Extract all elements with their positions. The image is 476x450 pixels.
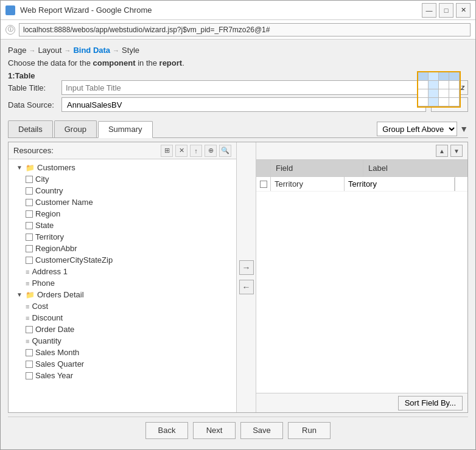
field-down-button[interactable]: ▼ (450, 145, 463, 157)
checkbox-region[interactable] (26, 210, 33, 218)
tree-sales-year[interactable]: Sales Year (9, 370, 236, 381)
expand-orders-icon[interactable]: ▼ (16, 291, 23, 299)
tp-h2 (429, 72, 439, 81)
tab-details[interactable]: Details (8, 120, 53, 137)
tp-h4 (449, 72, 460, 81)
tree-discount[interactable]: ≡ Discount (9, 312, 236, 324)
table-title-row: Table Title: Az (8, 80, 468, 95)
resources-label: Resources: (13, 146, 158, 155)
line-phone-icon: ≡ (26, 280, 29, 287)
expand-customers-icon[interactable]: ▼ (16, 164, 23, 171)
title-bar: Web Report Wizard - Google Chrome — □ ✕ (1, 1, 475, 20)
tree-sales-year-label: Sales Year (35, 371, 73, 380)
tree-address1[interactable]: ≡ Address 1 (9, 266, 236, 277)
resource-btn-3[interactable]: ↑ (190, 145, 202, 157)
field-updown-bar: ▲ ▼ (256, 142, 467, 160)
tree-address1-label: Address 1 (32, 267, 68, 276)
resource-btn-4[interactable]: ⊕ (205, 145, 217, 157)
tree-sales-quarter-label: Sales Quarter (35, 359, 84, 369)
sort-field-button[interactable]: Sort Field By... (398, 396, 463, 410)
tp-r2c4 (449, 89, 460, 98)
field-row-territory: Territory (256, 177, 467, 192)
next-button[interactable]: Next (193, 422, 236, 439)
tree-customers-label: Customers (37, 163, 75, 172)
tree-discount-label: Discount (32, 313, 63, 322)
tree-region-abbr[interactable]: RegionAbbr (9, 243, 236, 254)
field-up-button[interactable]: ▲ (436, 145, 448, 157)
tp-r3c4 (449, 98, 460, 106)
tp-r1c1 (418, 81, 429, 89)
field-check-territory[interactable] (256, 177, 271, 191)
checkbox-city[interactable] (26, 176, 33, 183)
tree-country[interactable]: Country (9, 185, 236, 196)
tp-h1 (418, 72, 429, 81)
tree-order-date[interactable]: Order Date (9, 324, 236, 335)
checkbox-region-abbr[interactable] (26, 245, 33, 252)
checkbox-territory[interactable] (26, 234, 33, 241)
tree-state-label: State (35, 221, 54, 230)
minimize-button[interactable]: — (422, 3, 436, 18)
resource-btn-1[interactable]: ⊞ (161, 145, 173, 157)
move-left-button[interactable]: ← (239, 280, 254, 294)
breadcrumb-style: Style (122, 46, 139, 55)
tree-quantity[interactable]: ≡ Quantity (9, 335, 236, 347)
data-source-select[interactable]: AnnualSalesBV (61, 97, 426, 112)
line-cost-icon: ≡ (26, 303, 29, 310)
field-bottom: Sort Field By... (256, 393, 467, 412)
tree-state[interactable]: State (9, 220, 236, 231)
tree-territory[interactable]: Territory (9, 231, 236, 243)
checkbox-customer-name[interactable] (26, 199, 33, 206)
save-button[interactable]: Save (240, 422, 283, 439)
tree-order-date-label: Order Date (35, 325, 74, 334)
group-dropdown[interactable]: Group Left Above (377, 122, 457, 136)
checkbox-order-date[interactable] (26, 326, 33, 333)
tab-summary[interactable]: Summary (98, 121, 153, 138)
territory-checkbox[interactable] (260, 181, 267, 188)
tree-customers[interactable]: ▼ 📁 Customers (9, 162, 236, 173)
window-controls: — □ ✕ (422, 3, 471, 18)
breadcrumb: Page → Layout → Bind Data → Style (8, 46, 468, 55)
address-input[interactable] (19, 23, 471, 36)
back-button[interactable]: Back (145, 422, 188, 439)
line-quantity-icon: ≡ (26, 338, 29, 345)
table-title-input[interactable] (61, 80, 447, 95)
tree-city[interactable]: City (9, 173, 236, 185)
resource-tree: ▼ 📁 Customers City Country Custome (9, 159, 236, 412)
checkbox-sales-quarter[interactable] (26, 361, 33, 368)
tree-cost[interactable]: ≡ Cost (9, 300, 236, 312)
tree-customer-name[interactable]: Customer Name (9, 196, 236, 208)
move-right-button[interactable]: → (239, 260, 254, 275)
tree-sales-quarter[interactable]: Sales Quarter (9, 358, 236, 370)
group-dropdown-arrow[interactable]: ▼ (460, 124, 468, 134)
tp-r3c3 (439, 98, 449, 106)
table-preview[interactable] (417, 71, 461, 108)
address-bar: ⓘ (1, 20, 475, 40)
resource-search-btn[interactable]: 🔍 (219, 145, 231, 157)
tree-cost-label: Cost (32, 302, 48, 311)
tp-r2c1 (418, 89, 429, 98)
breadcrumb-page: Page (8, 46, 26, 55)
checkbox-customer-city-state-zip[interactable] (26, 257, 33, 264)
tree-region[interactable]: Region (9, 208, 236, 220)
tabs-bar: Details Group Summary Group Left Above ▼ (8, 120, 468, 138)
field-header: Field Label (256, 160, 467, 177)
checkbox-sales-month[interactable] (26, 349, 33, 356)
close-button[interactable]: ✕ (456, 3, 471, 18)
tp-r3c2 (429, 98, 439, 106)
checkbox-sales-year[interactable] (26, 372, 33, 379)
run-button[interactable]: Run (288, 422, 331, 439)
checkbox-state[interactable] (26, 222, 33, 229)
tree-phone[interactable]: ≡ Phone (9, 277, 236, 289)
field-name-territory: Territory (271, 177, 345, 191)
checkbox-country[interactable] (26, 187, 33, 195)
tab-group[interactable]: Group (54, 120, 97, 137)
tree-customer-city-state-zip[interactable]: CustomerCityStateZip (9, 254, 236, 266)
territory-label-input[interactable] (345, 178, 455, 191)
tree-sales-month[interactable]: Sales Month (9, 347, 236, 358)
resource-btn-2[interactable]: ✕ (175, 145, 187, 157)
maximize-button[interactable]: □ (439, 3, 453, 18)
main-window: Web Report Wizard - Google Chrome — □ ✕ … (0, 0, 476, 450)
tree-orders-label: Orders Detail (37, 290, 84, 299)
tp-r1c2 (429, 81, 439, 89)
tree-orders-detail[interactable]: ▼ 📁 Orders Detail (9, 289, 236, 300)
